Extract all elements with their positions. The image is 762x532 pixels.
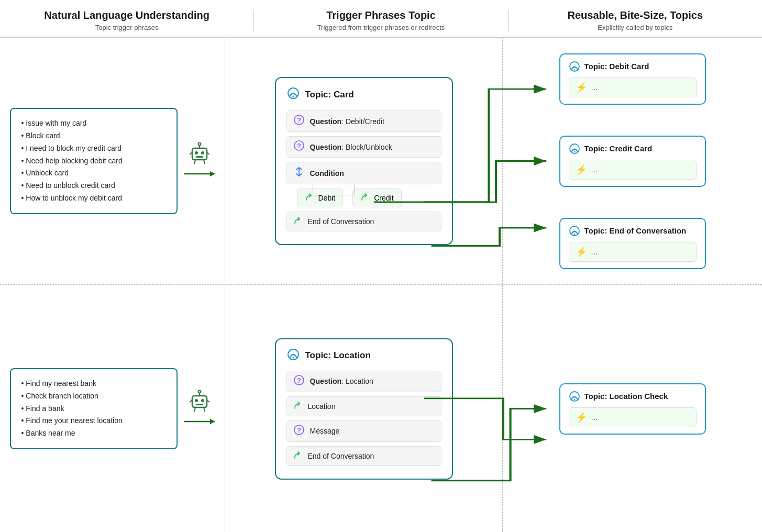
lightning-icon-eoc: ⚡: [576, 246, 587, 258]
flow-end-conversation-bottom: End of Conversation: [286, 446, 441, 466]
svg-rect-3: [196, 156, 203, 158]
nlu-item-loc1: Find my nearest bank: [21, 378, 166, 390]
nlu-item: Unblock card: [21, 167, 166, 180]
svg-point-27: [201, 399, 204, 402]
right-topic-loc-check: Topic: Location Check ⚡ ...: [559, 383, 706, 435]
svg-point-13: [292, 96, 294, 97]
top-half: Issue with my card Block card I need to …: [0, 38, 762, 285]
lightning-icon-credit: ⚡: [576, 164, 587, 175]
svg-text:?: ?: [297, 116, 301, 124]
svg-text:?: ?: [297, 376, 301, 384]
diagram: Natural Language Understanding Topic tri…: [0, 0, 762, 532]
header-title-trigger: Trigger Phrases Topic: [264, 9, 497, 21]
redirect-icon-credit: [360, 192, 370, 204]
location-topic-card: Topic: Location ? Question: Location: [275, 338, 453, 480]
topic-icon-loc-check: [569, 391, 580, 402]
flow-question-debit-credit: ? Question: Debit/Credit: [286, 110, 441, 132]
header-col-reusable: Reusable, Bite-Size, Topics Explicitly c…: [509, 9, 762, 31]
right-action-eoc: ⚡ ...: [569, 242, 697, 262]
question-icon-2: ?: [293, 140, 305, 153]
branch-credit-label: Credit: [374, 194, 393, 202]
top-topic-col: Topic: Card ? Question: Debit/Credit ?: [225, 38, 503, 284]
svg-rect-0: [192, 148, 207, 160]
header-title-nlu: Natural Language Understanding: [10, 9, 243, 21]
header-sub-nlu: Topic trigger phrases: [10, 24, 243, 31]
header-col-trigger: Trigger Phrases Topic Triggered from tri…: [254, 9, 508, 31]
nlu-item: I need to block my credit card: [21, 142, 166, 155]
top-right-col: Topic: Debit Card ⚡ ...: [503, 38, 762, 284]
card-topic-card: Topic: Card ? Question: Debit/Credit ?: [275, 77, 453, 245]
svg-text:?: ?: [297, 142, 301, 150]
bottom-half: Find my nearest bank Check branch locati…: [0, 285, 762, 532]
flow-message: ? Message: [286, 420, 441, 442]
nlu-item: Block card: [21, 130, 166, 142]
nlu-item-loc3: Find a bank: [21, 403, 166, 415]
topic-icon-credit: [569, 143, 580, 154]
content: Issue with my card Block card I need to …: [0, 38, 762, 532]
right-topic-eoc: Topic: End of Conversation ⚡ ...: [559, 218, 706, 269]
question-icon-1: ?: [293, 115, 305, 128]
right-action-credit: ⚡ ...: [569, 160, 697, 180]
rt-title-eoc: Topic: End of Conversation: [584, 226, 687, 235]
branch-debit: Debit: [297, 189, 344, 207]
location-topic-title: Topic: Location: [305, 350, 371, 361]
svg-marker-36: [210, 419, 215, 424]
svg-marker-11: [210, 171, 215, 176]
bottom-topic-col: Topic: Location ? Question: Location: [225, 285, 503, 532]
dots-loc-check: ...: [591, 413, 598, 422]
lightning-icon-loc-check: ⚡: [576, 412, 587, 423]
top-nlu-list: Issue with my card Block card I need to …: [21, 117, 166, 205]
header: Natural Language Understanding Topic tri…: [0, 0, 762, 38]
nlu-item-loc2: Check branch location: [21, 390, 166, 403]
right-topic-debit-header: Topic: Debit Card: [569, 61, 697, 72]
topic-icon-eoc: [569, 225, 580, 237]
end-label-bottom: End of Conversation: [308, 452, 374, 460]
bottom-right-col: Topic: Location Check ⚡ ...: [503, 285, 762, 532]
svg-text:?: ?: [297, 426, 301, 434]
question-icon-msg: ?: [293, 425, 305, 438]
svg-point-44: [573, 398, 575, 400]
lightning-icon-debit: ⚡: [576, 82, 587, 93]
end-icon-bottom: [293, 450, 303, 462]
flow-label-msg: Message: [310, 427, 340, 435]
right-topic-credit: Topic: Credit Card ⚡ ...: [559, 136, 706, 187]
nlu-item-loc5: Banks near me: [21, 427, 166, 440]
flow-label-condition: Condition: [310, 169, 344, 178]
robot-icon-top: [188, 141, 211, 167]
svg-rect-28: [196, 404, 203, 405]
card-topic-header: Topic: Card: [286, 86, 441, 103]
svg-point-26: [195, 399, 198, 402]
header-title-reusable: Reusable, Bite-Size, Topics: [519, 9, 752, 21]
flow-question-block-unblock: ? Question: Block/Unblock: [286, 136, 441, 158]
svg-point-23: [573, 233, 575, 235]
nlu-item: Issue with my card: [21, 117, 166, 130]
flow-question-location: ? Question: Location: [286, 371, 441, 392]
dots-eoc: ...: [591, 247, 598, 256]
condition-icon: [293, 166, 305, 180]
card-topic-title: Topic: Card: [305, 90, 354, 100]
top-nlu-box: Issue with my card Block card I need to …: [10, 108, 178, 214]
arrow-to-card-topic: [184, 169, 215, 179]
rt-title-debit: Topic: Debit Card: [584, 62, 649, 71]
nlu-item-loc4: Find me your nearest location: [21, 415, 166, 427]
header-sub-trigger: Triggered from trigger phrases or redire…: [264, 24, 497, 31]
robot-icon-bottom: [188, 389, 211, 415]
right-action-debit: ⚡ ...: [569, 77, 697, 97]
right-action-loc-check: ⚡ ...: [569, 407, 697, 427]
right-topic-debit: Topic: Debit Card ⚡ ...: [559, 53, 706, 105]
svg-point-38: [292, 357, 294, 358]
svg-point-5: [198, 143, 201, 146]
dots-credit: ...: [591, 165, 598, 174]
topic-icon-debit: [569, 61, 580, 72]
location-topic-header: Topic: Location: [286, 348, 441, 363]
svg-point-19: [573, 69, 575, 70]
right-topic-loc-check-header: Topic: Location Check: [569, 391, 697, 402]
rt-title-credit: Topic: Credit Card: [584, 144, 653, 153]
question-icon-loc: ?: [293, 375, 305, 388]
bottom-nlu-list: Find my nearest bank Check branch locati…: [21, 378, 166, 440]
nlu-item: Need help blocking debit card: [21, 155, 166, 168]
flow-label-2: Question: Block/Unblock: [310, 143, 392, 151]
right-topic-credit-header: Topic: Credit Card: [569, 143, 697, 154]
header-col-nlu: Natural Language Understanding Topic tri…: [0, 9, 254, 31]
end-label-top: End of Conversation: [308, 217, 374, 226]
